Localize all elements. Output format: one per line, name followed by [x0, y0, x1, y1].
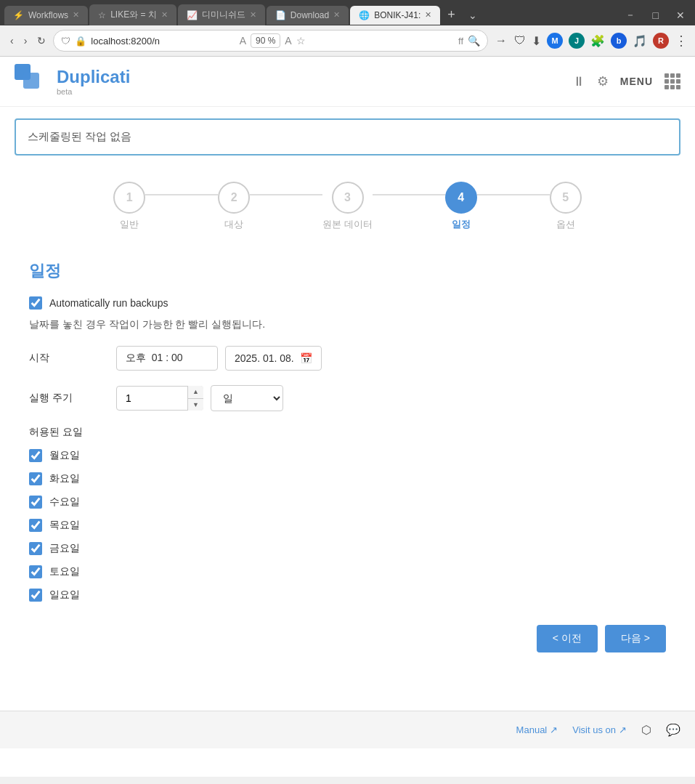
start-label: 시작	[29, 352, 116, 365]
day-label-tue[interactable]: 화요일	[49, 472, 80, 485]
download-nav-icon[interactable]: ⬇	[532, 34, 541, 48]
start-time-input[interactable]	[116, 346, 218, 371]
day-checkbox-mon[interactable]	[29, 449, 42, 462]
auto-backup-label[interactable]: Automatically run backups	[49, 297, 168, 309]
day-row-mon: 월요일	[29, 448, 666, 464]
zoom-badge[interactable]: 90 %	[251, 33, 280, 48]
period-number-wrap: ▲ ▼	[116, 386, 203, 411]
tab-close-like[interactable]: ✕	[161, 10, 168, 20]
tab-close-workflows[interactable]: ✕	[73, 10, 79, 20]
day-label-sat[interactable]: 토요일	[49, 565, 80, 578]
refresh-button[interactable]: ↻	[34, 32, 49, 49]
day-checkbox-wed[interactable]	[29, 496, 42, 509]
search-icon[interactable]: 🔍	[468, 35, 480, 47]
day-label-fri[interactable]: 금요일	[49, 542, 80, 555]
tab-close-bonik[interactable]: ✕	[425, 10, 431, 20]
next-button[interactable]: 다음 >	[605, 625, 666, 652]
address-bar[interactable]: 🛡 🔒 localhost:8200/n A 90 % A ☆ ff 🔍	[53, 30, 488, 52]
day-checkbox-sun[interactable]	[29, 589, 42, 602]
tab-icon-like: ☆	[98, 10, 106, 20]
spinner-down-button[interactable]: ▼	[188, 399, 203, 411]
prev-button[interactable]: < 이전	[537, 625, 598, 652]
app-header-right: ⏸ ⚙ MENU	[572, 73, 680, 89]
day-label-mon[interactable]: 월요일	[49, 449, 80, 462]
day-checkbox-sat[interactable]	[29, 565, 42, 578]
profile-m-icon[interactable]: M	[547, 33, 563, 49]
allowed-days-label: 허용된 요일	[29, 426, 666, 439]
tab-like[interactable]: ☆ LIKE와 = 치 ✕	[89, 4, 176, 25]
day-checkbox-tue[interactable]	[29, 472, 42, 485]
day-label-sun[interactable]: 일요일	[49, 589, 80, 602]
nav-arrow-right[interactable]: →	[492, 31, 510, 50]
back-button[interactable]: ‹	[7, 32, 17, 49]
step-line-1-2	[145, 194, 218, 195]
pause-icon-btn[interactable]: ⏸	[572, 74, 585, 89]
shield-icon: 🛡	[514, 34, 526, 47]
translate-icon[interactable]: A	[240, 35, 246, 47]
tab-bonik[interactable]: 🌐 BONIK-J41: ✕	[350, 6, 440, 25]
day-label-wed[interactable]: 수요일	[49, 496, 80, 509]
reader-icon[interactable]: A	[285, 35, 291, 47]
forward-button[interactable]: ›	[21, 32, 31, 49]
day-row-sat: 토요일	[29, 564, 666, 580]
tab-close-download[interactable]: ✕	[333, 10, 340, 20]
lock-icon: 🔒	[75, 36, 86, 47]
logo-icon	[15, 64, 49, 99]
notification-bar: 스케줄링된 작업 없음	[15, 118, 680, 155]
status-icon-btn[interactable]: ⚙	[597, 73, 609, 89]
auto-backup-row: Automatically run backups	[29, 296, 666, 310]
new-tab-button[interactable]: +	[442, 4, 461, 25]
menu-dots-icon[interactable]: ⋮	[675, 33, 688, 49]
hint-text: 날짜를 놓친 경우 작업이 가능한 한 빨리 실행됩니다.	[29, 318, 666, 331]
auto-backup-checkbox[interactable]	[29, 296, 42, 310]
profile-j-icon[interactable]: J	[569, 33, 585, 49]
app-name: Duplicati	[57, 67, 130, 86]
visit-us-link[interactable]: Visit us on ↗	[572, 724, 627, 735]
app-beta-label: beta	[57, 87, 130, 96]
tab-dimini[interactable]: 📈 디미니쉬드 ✕	[178, 4, 265, 25]
wizard-step-1[interactable]: 1 일반	[113, 182, 145, 231]
tab-close-dimini[interactable]: ✕	[250, 10, 256, 20]
step-label-2: 대상	[224, 218, 243, 231]
app-footer: Manual ↗ Visit us on ↗ ⬡ 💬	[0, 711, 695, 748]
calendar-icon: 📅	[300, 352, 312, 364]
extensions-icon[interactable]: 🧩	[590, 34, 605, 48]
step-circle-4: 4	[445, 182, 477, 214]
wizard-step-4[interactable]: 4 일정	[445, 182, 477, 231]
manual-link[interactable]: Manual ↗	[516, 724, 558, 735]
grid-icon[interactable]	[664, 73, 680, 89]
github-icon[interactable]: ⬡	[641, 723, 651, 737]
step-circle-2: 2	[218, 182, 250, 214]
step-label-4: 일정	[452, 218, 471, 231]
profile-red-icon[interactable]: R	[653, 33, 669, 49]
menu-button[interactable]: MENU	[620, 76, 653, 87]
tab-workflows[interactable]: ⚡ Workflows ✕	[4, 6, 88, 25]
navigation-bar: ‹ › ↻ 🛡 🔒 localhost:8200/n A 90 % A ☆ ff…	[0, 25, 695, 57]
minimize-button[interactable]: －	[619, 6, 641, 25]
app-container: Duplicati beta ⏸ ⚙ MENU 스케줄링된 작업 없음 1 일반	[0, 57, 695, 777]
bitwarden-icon[interactable]: b	[611, 33, 627, 49]
tab-download[interactable]: 📄 Download ✕	[267, 6, 349, 25]
app-logo: Duplicati beta	[15, 64, 130, 99]
step-line-2-3	[250, 194, 322, 195]
maximize-button[interactable]: □	[647, 7, 664, 24]
tab-icon-download: 📄	[275, 10, 286, 20]
wizard-step-3[interactable]: 3 원본 데이터	[322, 182, 373, 231]
visit-us-label: Visit us on	[572, 724, 616, 735]
day-checkbox-thu[interactable]	[29, 519, 42, 532]
wizard-step-2[interactable]: 2 대상	[218, 182, 250, 231]
wizard-step-5[interactable]: 5 옵션	[550, 182, 582, 231]
tab-chevron-icon[interactable]: ⌄	[463, 7, 483, 24]
day-checkbox-fri[interactable]	[29, 542, 42, 555]
day-label-thu[interactable]: 목요일	[49, 519, 80, 532]
bookmark-icon[interactable]: ☆	[296, 35, 306, 47]
period-unit-select[interactable]: 분 시 일 주	[211, 385, 283, 411]
step-circle-3: 3	[332, 182, 364, 214]
spinner-up-button[interactable]: ▲	[188, 386, 203, 399]
day-row-wed: 수요일	[29, 494, 666, 510]
start-date-display[interactable]: 2025. 01. 08. 📅	[225, 346, 322, 371]
music-icon[interactable]: 🎵	[633, 34, 647, 48]
chat-icon[interactable]: 💬	[666, 723, 680, 737]
close-button[interactable]: ✕	[670, 7, 691, 24]
main-content: 일정 Automatically run backups 날짜를 놓친 경우 작…	[0, 246, 695, 682]
